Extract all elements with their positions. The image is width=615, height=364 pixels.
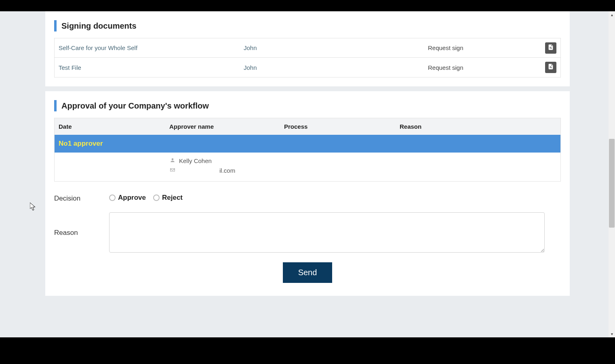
mail-icon — [169, 167, 176, 174]
col-reason: Reason — [400, 123, 556, 130]
decision-radio-group: Approve Reject — [109, 194, 183, 202]
approver-email-line: il.com — [169, 167, 556, 174]
section-accent-bar — [54, 100, 57, 111]
reason-row: Reason — [54, 212, 561, 253]
section-accent-bar — [54, 20, 57, 31]
approver-group-row: No1 approver — [55, 135, 560, 153]
reject-radio-label: Reject — [162, 194, 183, 202]
scroll-down-arrow[interactable]: ▾ — [611, 331, 613, 337]
decision-form: Decision Approve Reject Reason — [54, 182, 561, 287]
letterbox-top — [0, 0, 615, 11]
decision-row: Decision Approve Reject — [54, 194, 561, 203]
col-approver: Approver name — [169, 123, 284, 130]
reason-textarea[interactable] — [109, 212, 545, 253]
approval-header: Date Approver name Process Reason — [55, 118, 560, 135]
reason-label: Reason — [54, 228, 109, 237]
approve-radio[interactable]: Approve — [109, 194, 146, 202]
radio-icon — [109, 195, 116, 201]
approval-card: Approval of your Company's workflow Date… — [45, 91, 570, 296]
approver-row: Kelly Cohen il.com — [55, 153, 560, 181]
doc-signer[interactable]: John — [244, 44, 428, 51]
signing-row[interactable]: Test File John Request sign — [55, 58, 560, 77]
approve-radio-label: Approve — [118, 194, 146, 202]
approval-title-text: Approval of your Company's workflow — [61, 101, 209, 111]
user-icon — [169, 157, 176, 164]
send-button[interactable]: Send — [283, 262, 333, 283]
signing-table: Self-Care for your Whole Self John Reque… — [54, 38, 561, 77]
scroll-up-arrow[interactable]: ▴ — [611, 11, 613, 18]
radio-icon — [153, 195, 160, 201]
col-process: Process — [284, 123, 400, 130]
signing-title-text: Signing documents — [61, 21, 137, 31]
doc-name[interactable]: Test File — [59, 64, 244, 71]
approval-table: Date Approver name Process Reason No1 ap… — [54, 118, 561, 182]
letterbox-bottom — [0, 337, 615, 364]
approval-section-title: Approval of your Company's workflow — [54, 100, 561, 111]
document-preview-button[interactable] — [545, 42, 556, 54]
document-magnify-icon — [548, 44, 554, 52]
doc-name[interactable]: Self-Care for your Whole Self — [59, 44, 244, 51]
doc-status: Request sign — [428, 64, 545, 71]
reject-radio[interactable]: Reject — [153, 194, 183, 202]
approver-email-suffix: il.com — [219, 167, 235, 174]
document-preview-button[interactable] — [545, 62, 556, 73]
signing-section-title: Signing documents — [54, 20, 561, 31]
approver-group-label: No1 approver — [59, 140, 103, 147]
col-date: Date — [59, 123, 169, 130]
approver-name-line: Kelly Cohen — [169, 157, 556, 164]
approver-info: Kelly Cohen il.com — [169, 157, 556, 174]
signing-card: Signing documents Self-Care for your Who… — [45, 11, 570, 86]
document-magnify-icon — [548, 63, 554, 71]
doc-status: Request sign — [428, 44, 545, 51]
viewport: Signing documents Self-Care for your Who… — [0, 11, 615, 337]
doc-signer[interactable]: John — [244, 64, 428, 71]
approver-email-redacted — [179, 167, 216, 174]
decision-label: Decision — [54, 194, 109, 203]
scroll-thumb[interactable] — [609, 139, 615, 228]
cursor-icon — [30, 203, 36, 212]
signing-row[interactable]: Self-Care for your Whole Self John Reque… — [55, 38, 560, 58]
approver-name: Kelly Cohen — [179, 157, 212, 164]
scrollbar[interactable]: ▴ ▾ — [609, 11, 615, 337]
